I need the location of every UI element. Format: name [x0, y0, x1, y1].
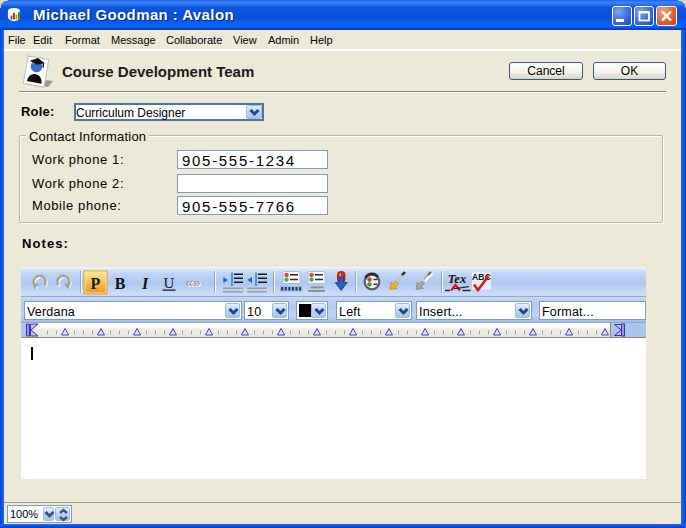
svg-text:«»: «»: [185, 275, 200, 290]
svg-text:B: B: [115, 275, 126, 292]
svg-text:Tex: Tex: [448, 272, 466, 286]
svg-text:I: I: [141, 275, 149, 292]
svg-text:U: U: [164, 275, 175, 291]
svg-text:P: P: [91, 275, 101, 292]
